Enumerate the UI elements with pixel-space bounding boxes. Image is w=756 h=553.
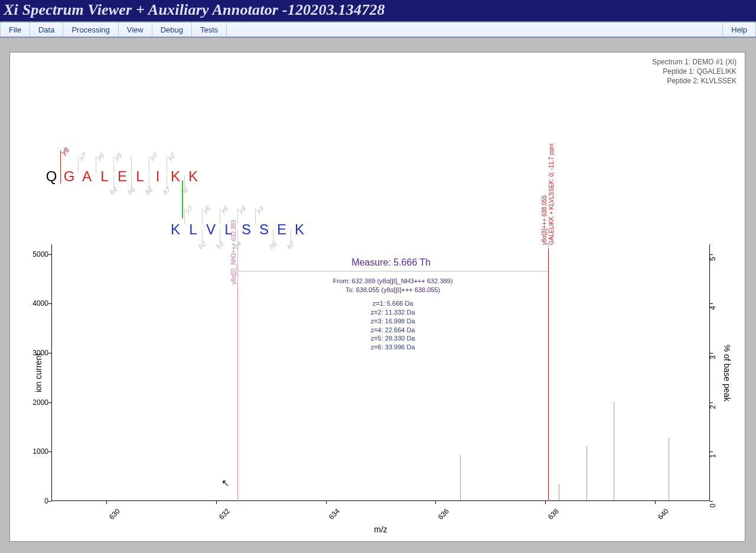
p1-yfrag-tick-4	[113, 156, 114, 173]
peak-4[interactable]	[586, 446, 587, 500]
ytick-label-right: 0	[709, 484, 717, 508]
peak-6[interactable]	[669, 439, 669, 500]
xtick-label: 630	[107, 507, 122, 521]
p1-yfrag-label-1: y8	[60, 146, 71, 157]
p1-yfrag-label-4: y5	[113, 152, 123, 162]
ytick-label-left: 5000	[25, 250, 48, 258]
p2-yfrag-tick-1	[184, 208, 185, 224]
p1-yfrag-tick-3	[96, 156, 96, 173]
menu-data[interactable]: Data	[30, 22, 63, 37]
spectrum-canvas[interactable]: Spectrum 1: DEMO #1 (Xi) Peptide 1: QGAL…	[9, 52, 745, 542]
p2-yfrag-label-4: y4	[237, 205, 247, 215]
xtick	[545, 501, 546, 504]
p1-bfrag-label-7: b7	[162, 186, 172, 196]
cursor-icon: ↖	[221, 477, 229, 489]
p2-yfrag-tick-4	[237, 208, 238, 224]
ytick-left	[48, 353, 51, 354]
p1-residue-5: L	[131, 168, 149, 185]
p1-yfrag-label-7: y2	[167, 152, 177, 162]
menu-processing[interactable]: Processing	[63, 22, 118, 37]
measure-bar	[237, 271, 548, 271]
p1-yfrag-tick-6	[149, 156, 149, 173]
peak-0[interactable]	[237, 288, 238, 500]
ytick-label-left: 2000	[25, 398, 48, 407]
measure-to: To: 638.055 (y8α[β]+++ 638.055)	[313, 286, 472, 295]
measure-charge-states: z=1: 5.666 Daz=2: 11.332 Daz=3: 16.998 D…	[360, 299, 425, 352]
p1-yfrag-tick-2	[78, 156, 79, 173]
ytick-label-left: 1000	[25, 447, 48, 456]
p1-yfrag-label-6: y3	[149, 152, 159, 162]
crosslink-line	[182, 181, 183, 218]
menu-bar: File Data Processing View Debug Tests He…	[0, 21, 756, 38]
menu-debug[interactable]: Debug	[152, 22, 192, 37]
peak-2[interactable]	[460, 455, 461, 500]
menu-help[interactable]: Help	[722, 22, 756, 37]
ytick-label-left: 4000	[25, 299, 48, 307]
measure-from: From: 632.389 (y8α[β]_NH3+++ 632.389)	[313, 277, 472, 286]
ytick-label-right: 3	[709, 336, 717, 359]
peak-1[interactable]	[548, 248, 549, 500]
p1-yfrag-tick-5	[131, 156, 132, 173]
p1-residue-2: A	[78, 168, 96, 185]
measure-zline: z=2: 11.332 Da	[360, 308, 425, 317]
p2-residue-1: L	[184, 221, 202, 238]
xtick-label: 634	[327, 507, 341, 521]
measure-zline: z=1: 5.666 Da	[360, 299, 425, 308]
xtick-label: 636	[436, 507, 451, 521]
xtick	[216, 501, 217, 504]
p1-residue-0: Q	[43, 168, 60, 185]
p1-bfrag-label-6: b6	[144, 186, 154, 196]
p1-yfrag-tick-1	[60, 150, 61, 184]
p2-residue-6: E	[273, 221, 291, 238]
p2-yfrag-tick-5	[255, 208, 256, 224]
ytick-left	[48, 403, 51, 403]
p2-residue-4: S	[237, 221, 255, 238]
xtick	[435, 501, 436, 504]
peak-label2-1: GALELIKK + KLVLSSEK: 0; -11.7 ppm	[548, 144, 555, 246]
p2-yfrag-label-5: y3	[255, 205, 265, 215]
p1-residue-8: K	[184, 168, 202, 185]
menu-file[interactable]: File	[0, 22, 30, 37]
p1-bfrag-label-5: b5	[126, 186, 136, 196]
y-axis-label-right: % of base peak	[723, 345, 732, 402]
meta-peptide2: Peptide 2: KLVLSSEK	[652, 76, 737, 86]
y-axis-label-left: ion current	[34, 354, 43, 392]
xtick	[655, 501, 656, 504]
xtick	[326, 501, 327, 504]
p2-residue-2: V	[202, 221, 220, 238]
menu-view[interactable]: View	[119, 22, 152, 37]
peak-5[interactable]	[614, 402, 614, 500]
measure-zline: z=6: 33.996 Da	[360, 343, 425, 352]
menu-tests[interactable]: Tests	[192, 22, 227, 37]
measure-title: Measure: 5.666 Th	[351, 257, 431, 268]
peak-3[interactable]	[559, 484, 559, 500]
xtick-label: 638	[546, 507, 561, 521]
p1-yfrag-tick-7	[167, 156, 167, 173]
p2-yfrag-label-1: y7	[184, 205, 194, 215]
meta-spectrum: Spectrum 1: DEMO #1 (Xi)	[652, 57, 737, 67]
p2-yfrag-tick-3	[220, 208, 220, 224]
ytick-label-right: 1	[709, 434, 717, 458]
peak-label-0: y8α[β]_NH3+++ 632.389	[230, 220, 237, 285]
spectrum-plot[interactable]: 0100020003000400050000123456306326346366…	[51, 244, 710, 553]
ytick-label-right: 2	[709, 385, 717, 409]
ytick-label-right: 5	[709, 237, 717, 261]
x-axis-label: m/z	[374, 525, 387, 534]
p1-residue-4: E	[113, 168, 131, 185]
measure-zline: z=4: 22.664 Da	[360, 326, 425, 335]
xtick	[106, 501, 107, 504]
measure-from-to: From: 632.389 (y8α[β]_NH3+++ 632.389) To…	[313, 277, 472, 295]
p2-residue-7: K	[291, 221, 308, 238]
ytick-left	[48, 451, 51, 452]
p1-residue-3: L	[96, 168, 113, 185]
meta-peptide1: Peptide 1: QGALELIKK	[652, 67, 737, 76]
ytick-left	[48, 501, 51, 502]
y-axis-left	[51, 244, 52, 501]
p2-residue-0: K	[167, 221, 184, 238]
ytick-label-left: 0	[25, 497, 48, 505]
ytick-left	[48, 303, 51, 304]
measure-zline: z=5: 28.330 Da	[360, 334, 425, 343]
p2-yfrag-tick-2	[202, 208, 203, 224]
p2-yfrag-label-3: y5	[220, 205, 230, 215]
peak-label-1: y8α[β]+++ 638.055	[541, 195, 548, 245]
